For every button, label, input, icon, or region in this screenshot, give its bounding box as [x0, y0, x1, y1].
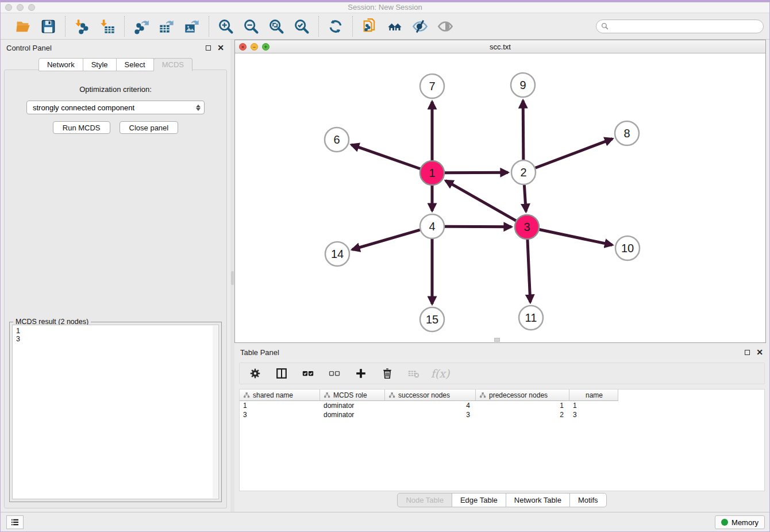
status-menu-button[interactable]	[6, 515, 24, 529]
float-panel-icon[interactable]	[204, 44, 212, 52]
graph-node-2[interactable]: 2	[511, 160, 536, 184]
memory-button[interactable]: Memory	[715, 515, 765, 529]
deselect-all-rows-button[interactable]	[327, 366, 342, 381]
graph-edge-3-10[interactable]	[540, 230, 613, 245]
graph-node-9[interactable]: 9	[511, 73, 535, 97]
table-cell[interactable]: 2	[476, 411, 569, 419]
zoom-out-button[interactable]	[242, 18, 260, 35]
table-cell[interactable]: 3	[240, 411, 320, 419]
tab-style[interactable]: Style	[83, 58, 117, 71]
export-network-button[interactable]	[133, 18, 150, 35]
optimization-criterion-select[interactable]: strongly connected component	[26, 101, 205, 114]
column-header-name[interactable]: name	[569, 390, 618, 401]
mcds-result-textarea[interactable]: 13	[12, 325, 219, 499]
network-minimize-icon[interactable]: −	[251, 43, 258, 51]
table-cell[interactable]: dominator	[320, 411, 385, 419]
canvas-resize-grip[interactable]	[494, 338, 500, 342]
table-cell[interactable]: 4	[385, 402, 476, 410]
nested-networks-button[interactable]	[386, 18, 403, 35]
network-close-icon[interactable]: ×	[239, 43, 247, 51]
column-header-label: MCDS role	[333, 391, 367, 399]
graph-node-1[interactable]: 1	[420, 161, 444, 185]
tab-network[interactable]: Network	[38, 58, 83, 71]
toggle-graphics-details-button[interactable]	[411, 18, 429, 35]
toggle-bird-eye-view-button[interactable]	[437, 18, 454, 35]
graph-node-7[interactable]: 7	[420, 74, 444, 98]
open-session-button[interactable]	[14, 18, 32, 35]
search-input[interactable]	[611, 22, 759, 30]
column-header-shared-name[interactable]: shared name	[240, 390, 320, 401]
export-table-button[interactable]	[158, 18, 175, 35]
close-window-button[interactable]	[5, 4, 12, 11]
graph-edge-2-8[interactable]	[536, 139, 613, 168]
graph-node-15[interactable]: 15	[420, 307, 444, 331]
main-area: Control Panel ✕ NetworkStyleSelectMCDS O…	[1, 40, 769, 512]
zoom-in-button[interactable]	[217, 18, 234, 35]
zoom-window-button[interactable]	[28, 4, 35, 11]
column-settings-button[interactable]	[248, 366, 263, 381]
tab-mcds[interactable]: MCDS	[153, 58, 192, 71]
graph-edge-4-3[interactable]	[445, 226, 511, 227]
delete-table-button[interactable]	[406, 366, 421, 381]
function-builder-button[interactable]: f(x)	[433, 366, 448, 381]
run-mcds-button[interactable]: Run MCDS	[53, 121, 110, 134]
tab-network-table[interactable]: Network Table	[506, 493, 570, 507]
result-scrollbar[interactable]	[213, 326, 218, 498]
column-header-successor-nodes[interactable]: successor nodes	[385, 390, 476, 401]
graph-node-14[interactable]: 14	[325, 242, 349, 266]
table-cell[interactable]: 1	[569, 402, 618, 410]
delete-rows-button[interactable]	[380, 366, 395, 381]
mcds-panel: Optimization criterion: strongly connect…	[4, 70, 227, 508]
table-cell[interactable]: 1	[240, 402, 320, 410]
graph-edge-2-9[interactable]	[523, 101, 523, 160]
tab-select[interactable]: Select	[116, 58, 154, 71]
refresh-view-button[interactable]	[327, 18, 344, 35]
table-cell[interactable]: dominator	[320, 402, 385, 410]
minimize-window-button[interactable]	[17, 4, 24, 11]
network-graph[interactable]: 7968124314101511	[235, 53, 765, 342]
close-table-panel-icon[interactable]: ✕	[756, 348, 764, 356]
graph-edge-1-2[interactable]	[445, 172, 508, 173]
graph-edge-1-6[interactable]	[351, 145, 420, 169]
close-panel-button[interactable]: Close panel	[120, 121, 179, 134]
tab-edge-table[interactable]: Edge Table	[452, 493, 506, 507]
tab-motifs[interactable]: Motifs	[569, 493, 607, 507]
graph-node-6[interactable]: 6	[325, 128, 349, 152]
graph-edge-3-11[interactable]	[528, 240, 530, 302]
search-field[interactable]	[596, 20, 764, 33]
network-window-titlebar[interactable]: × − + scc.txt	[235, 40, 765, 53]
zoom-fit-button[interactable]	[268, 18, 285, 35]
save-session-button[interactable]	[40, 18, 57, 35]
float-table-panel-icon[interactable]	[743, 348, 751, 356]
tab-node-table[interactable]: Node Table	[397, 493, 452, 507]
graph-node-11[interactable]: 11	[519, 306, 543, 330]
graph-node-4[interactable]: 4	[420, 214, 444, 238]
table-row[interactable]: 3dominator323	[240, 410, 764, 419]
table-cell[interactable]: 3	[569, 411, 618, 419]
graph-edge-3-1[interactable]	[445, 180, 515, 221]
graph-edge-4-14[interactable]	[352, 230, 420, 249]
import-network-button[interactable]	[74, 18, 91, 35]
table-cell[interactable]: 1	[476, 402, 569, 410]
split-panel-button[interactable]	[274, 366, 289, 381]
panel-splitter[interactable]	[230, 40, 234, 512]
select-all-rows-button[interactable]	[301, 366, 315, 381]
table-row[interactable]: 1dominator411	[240, 401, 764, 410]
network-maximize-icon[interactable]: +	[262, 43, 270, 51]
graph-node-3[interactable]: 3	[515, 215, 539, 239]
column-header-MCDS-role[interactable]: MCDS role	[320, 390, 385, 401]
zoom-selected-button[interactable]	[293, 18, 310, 35]
graph-node-8[interactable]: 8	[615, 121, 639, 145]
eye-gray-icon	[437, 18, 453, 34]
import-table-button[interactable]	[99, 18, 116, 35]
export-image-button[interactable]	[183, 18, 201, 35]
table-cell[interactable]: 3	[385, 411, 476, 419]
column-header-predecessor-nodes[interactable]: predecessor nodes	[476, 390, 569, 401]
network-canvas[interactable]: 7968124314101511	[235, 53, 765, 342]
close-panel-icon[interactable]: ✕	[217, 44, 225, 52]
add-row-button[interactable]	[353, 366, 368, 381]
clone-network-button[interactable]	[361, 18, 378, 35]
graph-node-10[interactable]: 10	[615, 236, 640, 260]
fx-icon: f(x)	[431, 367, 450, 380]
graph-edge-2-3[interactable]	[524, 185, 526, 211]
